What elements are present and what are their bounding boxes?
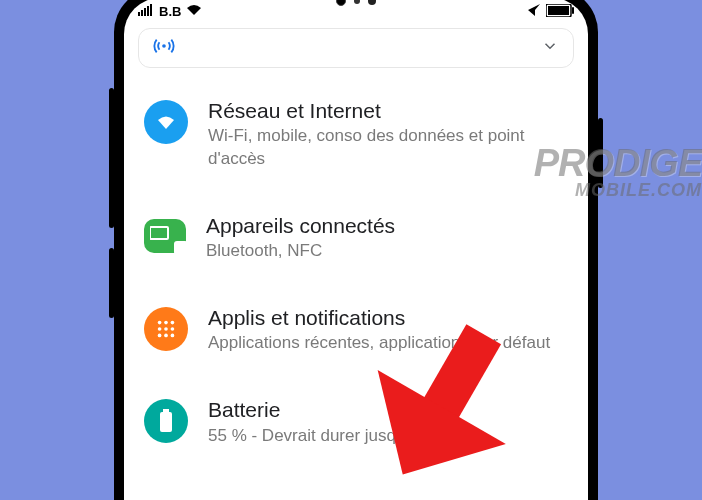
battery-status-icon [546, 4, 574, 20]
svg-point-10 [158, 321, 162, 325]
wifi-icon [144, 100, 188, 144]
apps-icon [144, 307, 188, 351]
devices-icon [144, 219, 186, 253]
svg-rect-19 [163, 409, 169, 412]
quick-settings-card[interactable] [138, 28, 574, 68]
svg-point-11 [164, 321, 168, 325]
screen: B.B [124, 0, 588, 500]
wifi-status-icon [186, 4, 202, 19]
settings-row-devices[interactable]: Appareils connectés Bluetooth, NFC [134, 197, 578, 289]
row-subtitle: Bluetooth, NFC [206, 240, 568, 263]
location-icon [528, 4, 540, 19]
svg-point-16 [158, 334, 162, 338]
svg-rect-20 [160, 412, 172, 432]
side-button [109, 248, 114, 318]
svg-point-8 [162, 44, 166, 48]
svg-point-12 [171, 321, 175, 325]
svg-point-14 [164, 327, 168, 331]
row-title: Appareils connectés [206, 213, 568, 238]
hotspot-icon [153, 35, 175, 61]
svg-point-18 [171, 334, 175, 338]
svg-rect-0 [138, 12, 140, 16]
row-title: Applis et notifications [208, 305, 568, 330]
volume-button [109, 88, 114, 228]
svg-rect-4 [150, 4, 152, 16]
row-title: Batterie [208, 397, 568, 422]
svg-rect-7 [548, 6, 569, 15]
settings-row-network[interactable]: Réseau et Internet Wi-Fi, mobile, conso … [134, 82, 578, 197]
row-title: Réseau et Internet [208, 98, 568, 123]
settings-list: Réseau et Internet Wi-Fi, mobile, conso … [124, 82, 588, 447]
svg-rect-2 [144, 8, 146, 16]
signal-icon [138, 4, 154, 19]
svg-point-13 [158, 327, 162, 331]
chevron-down-icon[interactable] [541, 37, 559, 59]
svg-point-17 [164, 334, 168, 338]
svg-rect-6 [572, 7, 574, 14]
row-subtitle: 55 % - Devrait durer jusqu'à environ [208, 425, 568, 448]
battery-icon [144, 399, 188, 443]
settings-row-apps[interactable]: Applis et notifications Applications réc… [134, 289, 578, 381]
row-subtitle: Wi-Fi, mobile, conso des données et poin… [208, 125, 568, 171]
row-subtitle: Applications récentes, applications par … [208, 332, 568, 355]
carrier-label: B.B [159, 4, 181, 19]
settings-row-battery[interactable]: Batterie 55 % - Devrait durer jusqu'à en… [134, 381, 578, 447]
phone-frame: B.B [114, 0, 598, 500]
svg-rect-3 [147, 6, 149, 16]
svg-rect-1 [141, 10, 143, 16]
svg-point-15 [171, 327, 175, 331]
power-button [598, 118, 603, 188]
svg-rect-9 [150, 227, 168, 239]
notch [336, 0, 376, 6]
